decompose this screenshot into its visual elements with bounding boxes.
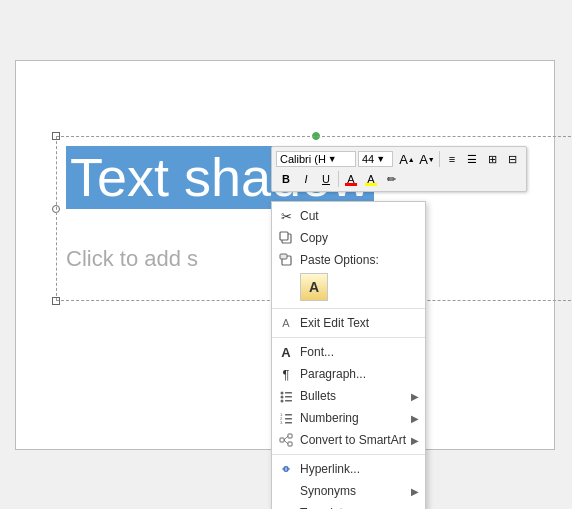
- menu-item-copy[interactable]: Copy: [272, 227, 425, 249]
- slide-area: Text shadow Click to add s Calibri (H ▼ …: [0, 0, 572, 509]
- copy-icon: [277, 229, 295, 247]
- align-center-btn[interactable]: ☰: [463, 150, 481, 168]
- svg-rect-1: [280, 232, 288, 240]
- translate-icon: [277, 504, 295, 509]
- menu-item-font[interactable]: A Font...: [272, 341, 425, 363]
- bullets-label: Bullets: [300, 389, 336, 403]
- grow-font-btn[interactable]: A▲: [398, 150, 416, 168]
- synonyms-label: Synonyms: [300, 484, 356, 498]
- paste-options-buttons: A: [272, 271, 425, 305]
- menu-item-translate[interactable]: Translate: [272, 502, 425, 509]
- menu-separator-2: [272, 337, 425, 338]
- svg-rect-17: [288, 434, 292, 438]
- underline-btn[interactable]: U: [317, 170, 335, 188]
- font-icon: A: [277, 343, 295, 361]
- copy-label: Copy: [300, 231, 328, 245]
- menu-separator-1: [272, 308, 425, 309]
- svg-rect-7: [285, 396, 292, 398]
- paste-keep-source-btn[interactable]: A: [300, 273, 328, 301]
- svg-rect-18: [288, 442, 292, 446]
- svg-rect-5: [285, 392, 292, 394]
- numbering-label: Numbering: [300, 411, 359, 425]
- mini-toolbar: Calibri (H ▼ 44 ▼ A▲ A▼ ≡ ☰ ⊞ ⊟ B I U: [271, 146, 527, 192]
- smartart-arrow: ▶: [411, 435, 419, 446]
- size-dropdown-icon[interactable]: ▼: [376, 154, 385, 164]
- menu-item-numbering[interactable]: 1.2.3. Numbering ▶: [272, 407, 425, 429]
- menu-separator-3: [272, 454, 425, 455]
- font-dropdown-icon[interactable]: ▼: [328, 154, 337, 164]
- slide-canvas: Text shadow Click to add s Calibri (H ▼ …: [15, 60, 555, 450]
- font-size: 44: [362, 153, 374, 165]
- hyperlink-icon: [277, 460, 295, 478]
- exit-edit-label: Exit Edit Text: [300, 316, 369, 330]
- menu-item-exit-edit[interactable]: A Exit Edit Text: [272, 312, 425, 334]
- svg-rect-13: [285, 418, 292, 420]
- svg-point-4: [280, 391, 283, 394]
- svg-rect-15: [285, 422, 292, 424]
- shrink-font-btn[interactable]: A▼: [418, 150, 436, 168]
- synonyms-icon: [277, 482, 295, 500]
- smartart-icon: [277, 431, 295, 449]
- menu-item-convert-smartart[interactable]: Convert to SmartArt ▶: [272, 429, 425, 451]
- exit-edit-icon: A: [277, 314, 295, 332]
- font-label: Font...: [300, 345, 334, 359]
- paste-options-label: Paste Options:: [300, 253, 379, 267]
- cut-label: Cut: [300, 209, 319, 223]
- synonyms-arrow: ▶: [411, 486, 419, 497]
- menu-item-synonyms[interactable]: Synonyms ▶: [272, 480, 425, 502]
- menu-item-hyperlink[interactable]: Hyperlink...: [272, 458, 425, 480]
- draw-btn[interactable]: ✏: [382, 170, 400, 188]
- toolbar-row-1: Calibri (H ▼ 44 ▼ A▲ A▼ ≡ ☰ ⊞ ⊟: [274, 149, 524, 169]
- svg-rect-3: [280, 254, 287, 259]
- bold-btn[interactable]: B: [277, 170, 295, 188]
- hyperlink-label: Hyperlink...: [300, 462, 360, 476]
- svg-rect-9: [285, 400, 292, 402]
- menu-item-cut[interactable]: ✂ Cut: [272, 205, 425, 227]
- size-selector[interactable]: 44 ▼: [358, 151, 393, 167]
- numbering-arrow: ▶: [411, 413, 419, 424]
- highlight-btn[interactable]: A: [362, 170, 380, 188]
- context-menu: ✂ Cut Copy: [271, 201, 426, 509]
- svg-line-20: [284, 440, 288, 444]
- cut-icon: ✂: [277, 207, 295, 225]
- separator-1: [439, 151, 440, 167]
- numbering-icon: 1.2.3.: [277, 409, 295, 427]
- align-left-btn[interactable]: ≡: [443, 150, 461, 168]
- highlight-indicator: [365, 183, 377, 186]
- bullets-icon: [277, 387, 295, 405]
- convert-smartart-label: Convert to SmartArt: [300, 433, 406, 447]
- paragraph-icon: ¶: [277, 365, 295, 383]
- col-layout-btn[interactable]: ⊞: [483, 150, 501, 168]
- menu-item-paste-options[interactable]: Paste Options:: [272, 249, 425, 271]
- svg-rect-16: [280, 438, 284, 442]
- paste-box-label: A: [309, 279, 319, 295]
- separator-2: [338, 171, 339, 187]
- color-indicator: [345, 183, 357, 186]
- bullets-arrow: ▶: [411, 391, 419, 402]
- paragraph-label: Paragraph...: [300, 367, 366, 381]
- svg-point-8: [280, 399, 283, 402]
- menu-item-paragraph[interactable]: ¶ Paragraph...: [272, 363, 425, 385]
- font-color-btn[interactable]: A: [342, 170, 360, 188]
- svg-rect-11: [285, 414, 292, 416]
- menu-item-bullets[interactable]: Bullets ▶: [272, 385, 425, 407]
- italic-btn[interactable]: I: [297, 170, 315, 188]
- svg-text:3.: 3.: [280, 420, 283, 425]
- subtitle-text: Click to add s: [66, 246, 198, 272]
- toolbar-row-2: B I U A A ✏: [274, 169, 524, 189]
- paste-icon: [277, 251, 295, 269]
- svg-line-19: [284, 436, 288, 440]
- svg-point-6: [280, 395, 283, 398]
- font-selector[interactable]: Calibri (H ▼: [276, 151, 356, 167]
- font-name: Calibri (H: [280, 153, 326, 165]
- more-btn[interactable]: ⊟: [503, 150, 521, 168]
